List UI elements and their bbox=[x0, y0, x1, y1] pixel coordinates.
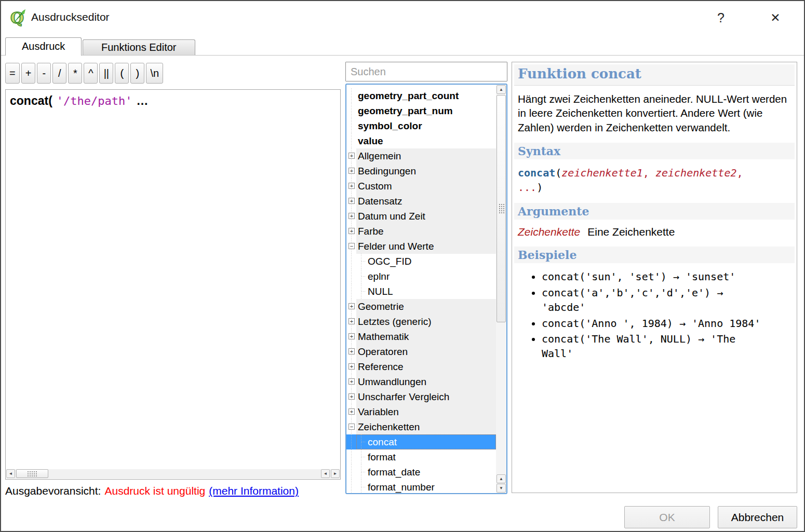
titlebar-close-button[interactable]: ✕ bbox=[763, 7, 787, 28]
tree-row[interactable]: + Custom bbox=[346, 179, 496, 194]
tree-row[interactable]: concat bbox=[346, 434, 496, 449]
tree-expander-icon[interactable]: + bbox=[348, 363, 355, 370]
tree-row[interactable]: + Unscharfer Vergleich bbox=[346, 389, 496, 404]
scroll-down-button[interactable]: ▼ bbox=[497, 484, 506, 493]
expression-input[interactable]: concat('/the/path'… ◄ ◄ ► bbox=[5, 89, 341, 480]
expression-ellipsis-token: … bbox=[137, 94, 149, 107]
tree-expander-icon[interactable]: + bbox=[348, 183, 355, 189]
tree-expander-icon[interactable]: + bbox=[348, 318, 355, 324]
tree-row[interactable]: + Variablen bbox=[346, 404, 496, 419]
tree-row-label: Datum und Zeit bbox=[356, 209, 496, 224]
tree-row[interactable]: + Bedingungen bbox=[346, 163, 496, 179]
tree-row[interactable]: + Mathematik bbox=[346, 329, 496, 344]
tree-row-label: eplnr bbox=[366, 269, 496, 284]
scrollbar-grip bbox=[27, 471, 38, 476]
tree-expander-icon[interactable]: + bbox=[348, 333, 355, 339]
operator-button[interactable]: * bbox=[68, 63, 82, 84]
tree-expander-icon[interactable]: + bbox=[348, 393, 355, 400]
tree-row[interactable]: + Reference bbox=[346, 359, 496, 374]
tree-expander-icon[interactable]: + bbox=[348, 408, 355, 415]
tree-row-label: value bbox=[356, 133, 496, 148]
tree-expander-icon[interactable]: + bbox=[348, 198, 355, 204]
tree-expander-icon[interactable]: + bbox=[348, 213, 355, 219]
tree-row[interactable]: + Farbe bbox=[346, 224, 496, 239]
output-preview-error: Ausdruck ist ungültig bbox=[104, 485, 205, 497]
tree-row-label: Zeichenketten bbox=[356, 419, 496, 434]
tab-funktions-editor[interactable]: Funktions Editor bbox=[83, 39, 195, 55]
tree-guide bbox=[346, 284, 356, 299]
tree-guide bbox=[346, 465, 356, 480]
more-information-link[interactable]: (mehr Information) bbox=[209, 485, 299, 497]
tree-row[interactable]: + Allgemein bbox=[346, 148, 496, 163]
operator-button[interactable]: + bbox=[21, 63, 36, 84]
tree-row[interactable]: NULL bbox=[346, 284, 496, 299]
tree-row[interactable]: OGC_FID bbox=[346, 254, 496, 269]
tree-expander-icon[interactable]: + bbox=[348, 228, 355, 234]
scroll-right-button[interactable]: ► bbox=[331, 469, 340, 478]
tree-row[interactable]: geometry_part_count bbox=[346, 88, 496, 103]
tree-row[interactable]: + Operatoren bbox=[346, 344, 496, 359]
tree-row[interactable]: geometry_part_num bbox=[346, 103, 496, 118]
operator-button[interactable]: = bbox=[5, 63, 20, 84]
cancel-button[interactable]: Abbrechen bbox=[718, 506, 797, 528]
tree-expander-icon[interactable]: + bbox=[348, 153, 355, 159]
tree-row[interactable]: − Felder und Werte bbox=[346, 239, 496, 254]
tree-expander-icon[interactable]: + bbox=[348, 348, 355, 354]
argument-name: Zeichenkette bbox=[518, 226, 580, 238]
tree-guide: + bbox=[346, 299, 356, 314]
horizontal-scrollbar-thumb[interactable] bbox=[16, 469, 48, 478]
tree-row[interactable]: − Zeichenketten bbox=[346, 419, 496, 434]
operator-button[interactable]: \n bbox=[146, 63, 163, 84]
function-tree[interactable]: geometry_part_count geometry_part_num sy… bbox=[345, 84, 507, 494]
tree-row[interactable]: + Geometrie bbox=[346, 299, 496, 314]
tree-expander-icon[interactable]: + bbox=[348, 168, 355, 174]
tree-expander-icon[interactable]: − bbox=[348, 243, 355, 249]
tree-vertical-scrollbar[interactable]: ▲ ▲ ▼ bbox=[496, 85, 506, 493]
tree-expander-icon[interactable]: + bbox=[348, 378, 355, 385]
scrollbar-grip bbox=[499, 203, 504, 214]
operator-button[interactable]: || bbox=[99, 63, 113, 84]
title-bar: Q Ausdruckseditor ? ✕ bbox=[1, 1, 804, 35]
tree-child-indent bbox=[356, 434, 366, 449]
tree-guide: + bbox=[346, 148, 356, 163]
syntax-token: , bbox=[736, 167, 743, 179]
tree-row-label: symbol_color bbox=[356, 118, 496, 133]
operator-button[interactable]: ) bbox=[130, 63, 144, 84]
operator-button[interactable]: ^ bbox=[84, 63, 98, 84]
operator-button[interactable]: / bbox=[52, 63, 66, 84]
vertical-scrollbar-thumb[interactable] bbox=[497, 95, 506, 322]
tree-expander-icon[interactable]: + bbox=[348, 303, 355, 309]
tree-row-label: Farbe bbox=[356, 224, 496, 239]
scroll-up-button-2[interactable]: ▲ bbox=[497, 474, 506, 483]
tree-row[interactable]: + Letztes (generic) bbox=[346, 314, 496, 329]
operator-button[interactable]: - bbox=[37, 63, 51, 84]
tree-row[interactable]: format_date bbox=[346, 465, 496, 480]
tab-ausdruck[interactable]: Ausdruck bbox=[5, 37, 82, 56]
tree-child-indent bbox=[356, 269, 366, 284]
tree-row[interactable]: format bbox=[346, 449, 496, 465]
scroll-up-button[interactable]: ▲ bbox=[497, 85, 506, 94]
tab-strip-divider bbox=[1, 55, 804, 56]
ok-button[interactable]: OK bbox=[624, 506, 710, 528]
example-item: concat('sun', 'set') → 'sunset' bbox=[542, 269, 770, 284]
operator-button[interactable]: ( bbox=[115, 63, 129, 84]
scroll-left-button[interactable]: ◄ bbox=[6, 469, 15, 478]
tree-row-label: geometry_part_count bbox=[356, 88, 496, 103]
tree-expander-icon[interactable]: − bbox=[348, 424, 355, 430]
tree-row[interactable]: format_number bbox=[346, 480, 496, 494]
search-input[interactable] bbox=[345, 62, 507, 81]
tree-row[interactable]: + Datum und Zeit bbox=[346, 209, 496, 224]
tree-row-label: format bbox=[366, 449, 496, 465]
tree-row[interactable]: + Umwandlungen bbox=[346, 374, 496, 389]
titlebar-help-button[interactable]: ? bbox=[709, 7, 733, 28]
tree-row[interactable]: eplnr bbox=[346, 269, 496, 284]
syntax-token: zeichenkette2 bbox=[655, 167, 737, 179]
tree-row[interactable]: value bbox=[346, 133, 496, 148]
dialog-title: Ausdruckseditor bbox=[31, 11, 110, 23]
tree-row[interactable]: + Datensatz bbox=[346, 194, 496, 209]
editor-horizontal-scrollbar[interactable]: ◄ ◄ ► bbox=[6, 469, 340, 479]
tree-row-label: Bedingungen bbox=[356, 163, 496, 179]
syntax-token: ) bbox=[536, 181, 543, 194]
tree-row[interactable]: symbol_color bbox=[346, 118, 496, 133]
scroll-left-button-2[interactable]: ◄ bbox=[321, 469, 330, 478]
